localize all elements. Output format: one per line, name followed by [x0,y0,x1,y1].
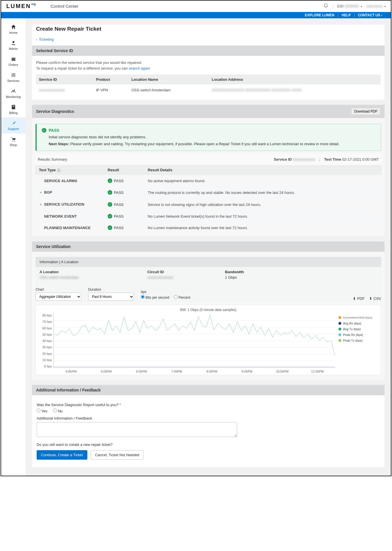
radio-no[interactable]: No [53,409,63,413]
utilization-chart: BW: 1 Gbps (5 minute data samples) 80 bp… [36,305,381,375]
legend-item[interactable]: Committed BW (bps) [338,316,378,319]
radio-percent[interactable]: Percent [174,295,190,300]
breadcrumb-ticketing[interactable]: ‹Ticketing [36,36,381,46]
sidebar-item-home[interactable]: Home [1,21,25,37]
legend-item[interactable]: Avg Tx (bps) [338,327,378,331]
expand-icon[interactable]: ＋ [39,202,42,207]
check-icon: ✓ [42,128,46,133]
service-table: Service ID Product Location Name Locatio… [36,74,381,96]
section-diagnostics: Service Diagnostics Download PDF [32,105,385,118]
check-icon: ✓ [108,178,112,183]
results-table: Test Typei Result Result Details SERVICE… [35,165,382,233]
table-row: xxxxxxxxxxxxxx IP VPN OSS switch Amsterd… [36,84,381,96]
export-csv[interactable]: ⬇ CSV [369,296,381,301]
section-feedback: Additional Information / Feedback [32,385,385,395]
table-row: NETWORK EVENT ✓PASS No Lumen Network Eve… [35,210,382,222]
sidebar-item-shop[interactable]: Shop [1,133,25,149]
results-summary-label: Results Summary [38,157,67,162]
sidebar-item-support[interactable]: Support [1,117,25,133]
download-pdf-button[interactable]: Download PDF [351,108,381,115]
section-utilization: Service Utilization [32,241,385,252]
svg-point-5 [14,141,15,141]
expand-icon[interactable]: ＋ [39,190,42,195]
user-dropdown[interactable]: username ▾ [366,4,386,8]
app-title: Control Center [50,4,78,9]
pass-banner: ✓PASS Initial service diagnostic tests d… [36,124,381,151]
continue-button[interactable]: Continue, Create a Ticket [37,450,87,460]
check-icon: ✓ [108,190,112,195]
sidebar-item-services[interactable]: Services [1,69,25,85]
svg-rect-2 [12,106,14,106]
table-row: PLANNED MAINTENANCE ✓PASS No Lumen maint… [35,222,382,233]
cancel-button[interactable]: Cancel, Ticket Not Needed [91,450,144,460]
chart-select[interactable]: Aggregate Utilization [36,293,81,301]
check-icon: ✓ [108,225,112,230]
table-row: ＋BGP ✓PASS The routing protocol is curre… [35,186,382,198]
page-title: Create New Repair Ticket [36,25,381,36]
feedback-textarea[interactable] [37,422,237,437]
brand-logo: LUMEN® [6,3,37,9]
link-help[interactable]: HELP [338,13,354,17]
radio-bps[interactable]: Bits per second [141,295,169,300]
sidebar-item-admin[interactable]: Admin [1,37,25,53]
eid-dropdown[interactable]: EID 0000000 ▾ [337,4,362,8]
legend-item[interactable]: Peak Tx (bps) [338,339,378,342]
export-pdf[interactable]: ⬇ PDF [353,296,365,301]
section-selected-service: Selected Service ID [32,46,385,56]
link-contact[interactable]: CONTACT US › [354,13,386,17]
svg-rect-3 [12,107,14,107]
bell-icon[interactable] [323,3,328,9]
info-icon[interactable]: i [57,169,60,172]
table-row: ＋SERVICE UTILIZATION ✓PASS Service is no… [35,198,382,210]
sidebar-item-monitoring[interactable]: Monitoring [1,85,25,101]
check-icon: ✓ [108,214,112,219]
util-info-header: Information | A Location [36,257,381,267]
svg-point-4 [12,141,13,141]
sidebar-item-billing[interactable]: Billing [1,101,25,117]
legend-item[interactable]: Peak Rx (bps) [338,333,378,336]
duration-select[interactable]: Past 8 Hours [88,293,134,301]
secondary-nav: EXPLORE LUMEN HELP CONTACT US › [1,12,391,18]
sidebar: Home Admin Orders Services Monitoring Bi… [1,18,26,476]
link-search-again[interactable]: search again [129,66,150,70]
svg-rect-1 [12,105,15,109]
link-explore[interactable]: EXPLORE LUMEN [302,13,338,17]
sidebar-item-orders[interactable]: Orders [1,53,25,69]
table-row: SERVICE ALARMS ✓PASS No active equipment… [35,175,382,186]
legend-item[interactable]: Avg Rx (bps) [338,322,378,325]
svg-point-0 [12,41,14,43]
service-note: Please confirm the selected service that… [36,60,381,71]
check-icon: ✓ [108,202,112,207]
radio-yes[interactable]: Yes [37,409,48,413]
